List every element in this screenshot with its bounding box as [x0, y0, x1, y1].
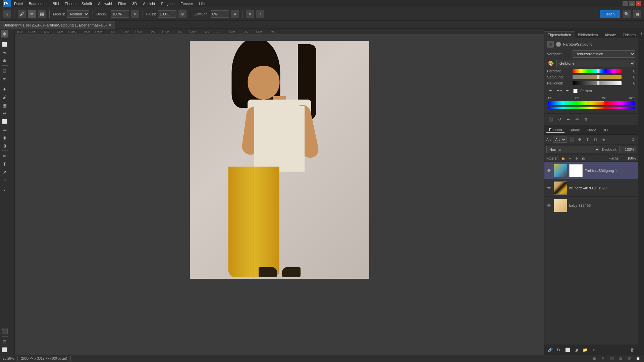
tab-3d[interactable]: 3D — [600, 127, 610, 133]
eyedropper-tool[interactable]: ✒ — [1, 75, 8, 82]
layer-item-brunette[interactable]: 👁 brunette-487061_1920 — [544, 179, 638, 197]
flache-input[interactable] — [621, 157, 636, 160]
reset-btn[interactable]: ↺ — [556, 116, 563, 123]
deckkraft-input[interactable] — [111, 10, 129, 18]
tab-absatz[interactable]: Absatz — [601, 31, 620, 38]
menu-datei[interactable]: Datei — [11, 1, 25, 6]
eraser-icon[interactable]: ✏ — [28, 10, 36, 18]
collapse-info-btn[interactable]: ℹ — [639, 31, 644, 36]
modus-select[interactable]: Normal — [67, 10, 89, 18]
filter-pixel-icon[interactable]: ⬛ — [569, 136, 575, 142]
status-btn5[interactable]: ◫ — [626, 356, 633, 361]
menu-ansicht[interactable]: Ansicht — [140, 1, 158, 6]
dodge-tool[interactable]: ◑ — [1, 142, 8, 149]
search-icon[interactable]: 🔍 — [623, 10, 631, 18]
history-tool[interactable]: ↩ — [1, 110, 8, 117]
tone-select[interactable]: Gelbtöne — [556, 60, 635, 67]
vorgabe-select[interactable]: Benutzerdefiniert — [573, 50, 635, 58]
canvas-viewport[interactable] — [15, 34, 544, 355]
move-tool[interactable]: ✥ — [1, 30, 8, 38]
spot-healing-tool[interactable]: ✦ — [1, 85, 8, 93]
eraser-tool[interactable]: ⬜ — [1, 118, 8, 125]
delete-adjustment-btn[interactable]: 🗑 — [582, 116, 589, 123]
menu-schrift[interactable]: Schrift — [79, 1, 95, 6]
eyedropper-plus-btn[interactable]: ✒+ — [556, 87, 563, 95]
status-fx-btn[interactable]: fx — [600, 356, 606, 361]
status-btn4[interactable]: ⊡ — [617, 356, 624, 361]
teilen-button[interactable]: Teilen — [600, 10, 620, 18]
menu-fenster[interactable]: Fenster — [178, 1, 196, 6]
status-btn1[interactable]: ⊞ — [591, 356, 598, 361]
screen-mode[interactable]: ⬜ — [1, 346, 8, 353]
type-select[interactable]: Art — [553, 136, 567, 143]
glattung-input[interactable] — [211, 10, 229, 18]
sattigung-handle[interactable] — [597, 75, 600, 79]
eyedropper-minus-btn[interactable]: ✒- — [565, 87, 572, 95]
home-icon[interactable]: ⌂ — [3, 10, 11, 18]
layer-visibility-eye-3[interactable]: 👁 — [546, 203, 552, 208]
text-tool[interactable]: T — [1, 160, 8, 168]
foreground-color[interactable]: ⬛ — [1, 327, 8, 335]
helligkeit-track[interactable] — [573, 81, 622, 85]
menu-hilfe[interactable]: Hilfe — [196, 1, 209, 6]
path-select-tool[interactable]: ↗ — [1, 168, 8, 176]
clip-to-below-btn[interactable]: ⬛ — [547, 116, 554, 123]
tab-pfade[interactable]: Pfade — [584, 127, 599, 133]
shape-tool[interactable]: ◻ — [1, 176, 8, 184]
status-btn3[interactable]: ⬛ — [608, 356, 615, 361]
lock-artboard-btn[interactable]: ◐ — [581, 156, 586, 161]
airbrush-icon[interactable]: ◎ — [178, 10, 186, 18]
tab-zeichen[interactable]: Zeichen — [619, 31, 639, 38]
layer-item-baby[interactable]: 👁 baby-772453 — [544, 197, 638, 214]
farbton-track[interactable] — [573, 69, 622, 73]
color-range-bar[interactable] — [548, 101, 635, 105]
new-group-btn[interactable]: 📁 — [581, 346, 589, 354]
stamp-tool[interactable]: ▦ — [1, 102, 8, 109]
eyedropper-btn[interactable]: ✒ — [547, 87, 554, 95]
tab-kanale[interactable]: Kanäle — [566, 127, 583, 133]
brush-tool[interactable]: 🖌 — [1, 94, 8, 101]
menu-auswahl[interactable]: Auswahl — [95, 1, 115, 6]
link-layers-btn[interactable]: 🔗 — [546, 346, 554, 354]
menu-plugins[interactable]: Plug-ins — [158, 1, 177, 6]
expand-panels-btn[interactable]: » — [639, 38, 644, 43]
glattung-settings-icon[interactable]: ⚙ — [231, 10, 239, 18]
new-layer-btn[interactable]: + — [590, 346, 597, 354]
helligkeit-handle[interactable] — [597, 81, 600, 85]
gradient-tool[interactable]: ▭ — [1, 126, 8, 133]
status-btn6[interactable]: 📋 — [635, 356, 641, 361]
visibility-btn[interactable]: 👁 — [573, 116, 581, 123]
filter-toggle-icon[interactable]: ⊙ — [630, 136, 636, 142]
tone-picker-icon[interactable]: 🎨 — [547, 60, 554, 67]
layer-visibility-eye-2[interactable]: 👁 — [546, 185, 552, 191]
layer-visibility-eye[interactable]: 👁 — [546, 168, 552, 173]
lock-position-btn[interactable]: 🔒 — [560, 156, 566, 161]
farben-checkbox[interactable] — [573, 89, 578, 93]
layer-item-adjustment[interactable]: 👁 ◑ Farbton/Sättigung 1 — [544, 162, 638, 179]
doc-tab-close[interactable]: ✕ — [109, 23, 111, 27]
pen-tool[interactable]: ✏ — [1, 152, 8, 160]
pressure-icon[interactable]: ⊕ — [131, 10, 139, 18]
brush-tool-icon[interactable]: 🖌 — [18, 10, 26, 18]
filter-type-icon[interactable]: T — [585, 136, 591, 142]
opacity-input[interactable] — [619, 146, 636, 153]
tab-eigenschaften[interactable]: Eigenschaften — [544, 31, 575, 38]
document-tab-active[interactable]: Unbenannt-1 bei 25,3% (Farbton/Sättigung… — [0, 21, 115, 29]
menu-3d[interactable]: 3D — [129, 1, 140, 6]
rotate-icon[interactable]: ↺ — [246, 10, 254, 18]
stamp-icon[interactable]: ▦ — [38, 10, 46, 18]
minimize-button[interactable]: — — [623, 1, 628, 6]
undo-btn[interactable]: ↩ — [565, 116, 572, 123]
quick-select-tool[interactable]: ⊕ — [1, 57, 8, 64]
filter-adjustment-icon[interactable]: ⚙ — [577, 136, 583, 142]
lock-all-btn[interactable]: ⊕ — [574, 156, 579, 161]
sattigung-track[interactable] — [573, 75, 622, 79]
menu-bearbeiten[interactable]: Bearbeiten — [26, 1, 49, 6]
maximize-button[interactable]: □ — [629, 1, 635, 6]
menu-bild[interactable]: Bild — [50, 1, 61, 6]
layer-list[interactable]: 👁 ◑ Farbton/Sättigung 1 👁 brunette-48706… — [544, 162, 638, 345]
extra-tools[interactable]: ⋯ — [1, 187, 8, 194]
filter-smartobj-icon[interactable]: ◈ — [601, 136, 607, 142]
symmerty-icon[interactable]: ⌖ — [256, 10, 264, 18]
add-mask-btn[interactable]: ⬜ — [564, 346, 571, 354]
